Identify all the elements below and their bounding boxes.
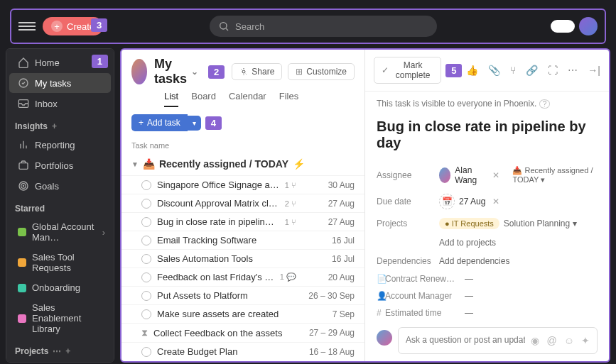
task-name: Sales Automation Tools [157,253,299,264]
search-input[interactable]: Search [210,16,437,37]
task-subcount: 1 ⑂ [285,218,296,226]
clear-date-icon[interactable]: ✕ [492,197,499,206]
customize-button[interactable]: ⊞ Customize [288,63,355,80]
assignee-section[interactable]: 📥 Recently assigned / TODAY ▾ [512,166,598,184]
complete-checkbox[interactable] [141,347,151,357]
complete-checkbox[interactable] [141,236,151,246]
thumbs-up-icon[interactable]: 👍 [466,65,478,76]
task-date: 16 Jul [305,254,355,264]
heading-projects: Projects⋯+ [6,339,114,359]
emoji-icon[interactable]: ☺ [564,335,574,346]
comment-input[interactable] [406,335,525,345]
share-button[interactable]: Share [232,63,282,80]
nav-mytasks-label: My tasks [35,78,71,89]
project-item[interactable]: Global Account Man… [9,360,111,363]
project-column[interactable]: Solution Planning ▾ [504,219,577,228]
add-task-button[interactable]: + Add task [131,114,188,131]
tab-calendar[interactable]: Calendar [229,91,266,107]
starred-item[interactable]: Sales Tool Requests [9,248,111,277]
assignee-name[interactable]: Alan Wang [455,165,485,185]
add-dependencies[interactable]: Add dependencies [439,256,509,266]
task-row[interactable]: ⧗Collect Feedback on the assets27 – 29 A… [121,323,364,342]
star-icon[interactable]: ✦ [581,335,590,346]
task-row[interactable]: Email Tracking Software16 Jul [121,231,364,249]
project-color-icon [18,284,26,292]
complete-checkbox[interactable] [141,272,151,282]
search-placeholder: Search [235,21,264,32]
task-row[interactable]: Create Budget Plan16 – 18 Aug [121,342,364,360]
assignee-avatar [439,167,450,183]
page-title: My tasks ⌄ [154,57,198,87]
section-recently-assigned[interactable]: ▼ 📥 Recently assigned / TODAY ⚡ [121,153,364,175]
toggle[interactable] [551,20,575,33]
tab-list[interactable]: List [164,91,178,107]
starred-item[interactable]: Global Account Man… [9,217,111,247]
task-row[interactable]: Singapore Office Signage and Logistics1 … [121,175,364,194]
task-row[interactable]: Discount Approval Matrix clarification2 … [121,194,364,212]
task-name: Bug in close rate in pipeline by day [157,216,279,227]
task-row[interactable]: Sales Automation Tools16 Jul [121,249,364,268]
duedate-label: Due date [377,197,439,206]
add-task-caret[interactable]: ▾ [188,116,201,131]
detail-task-title[interactable]: Bug in close rate in pipeline by day [365,116,609,161]
link-icon[interactable]: 🔗 [526,65,538,76]
task-name: Create Budget Plan [157,346,299,357]
calendar-icon[interactable]: 📅 [439,194,455,209]
starred-item[interactable]: Sales Enablement Library [9,298,111,338]
nav-inbox[interactable]: Inbox [9,94,111,114]
owner-avatar [131,59,147,84]
project-color-icon [18,228,26,236]
complete-checkbox[interactable] [141,199,151,209]
nav-mytasks[interactable]: My tasks [9,73,111,93]
record-icon[interactable]: ◉ [531,335,539,346]
complete-checkbox[interactable] [141,254,151,264]
tab-files[interactable]: Files [279,91,298,107]
complete-checkbox[interactable] [141,291,151,301]
subtask-icon[interactable]: ⑂ [510,65,516,76]
at-icon[interactable]: @ [546,335,556,346]
add-to-projects[interactable]: Add to projects [439,238,496,248]
task-row[interactable]: Put Assets to Platform26 – 30 Sep [121,286,364,304]
column-header: Task name [121,138,364,153]
tab-board[interactable]: Board [191,91,216,107]
callout-5: 5 [445,64,462,77]
svg-rect-7 [19,163,28,170]
label: Onboarding [32,282,80,293]
starred-item[interactable]: Onboarding [9,278,111,297]
project-color-icon [18,258,26,267]
nav-reporting[interactable]: Reporting [9,135,111,155]
task-date: 30 Aug [305,180,355,190]
nav-inbox-label: Inbox [35,99,58,109]
nav-portfolios[interactable]: Portfolios [9,155,111,175]
close-icon[interactable]: →| [588,65,600,76]
user-avatar[interactable] [579,17,598,35]
fullscreen-icon[interactable]: ⛶ [548,65,558,76]
attachment-icon[interactable]: 📎 [488,65,500,76]
nav-home[interactable]: Home 1 [9,53,111,72]
project-pill[interactable]: ● IT Requests [439,218,499,229]
add-task-inline[interactable]: Add task... [121,360,364,361]
task-row[interactable]: Feedback on last Friday's design team pr… [121,268,364,286]
info-icon[interactable]: ? [539,99,551,109]
hourglass-icon: ⧗ [141,327,148,338]
hamburger-icon[interactable] [18,18,36,35]
project-color-icon [18,314,26,323]
task-row[interactable]: Make sure assets are created7 Sep [121,304,364,323]
task-date: 26 – 30 Sep [305,291,355,301]
task-row[interactable]: Bug in close rate in pipeline by day1 ⑂2… [121,212,364,231]
duedate-value[interactable]: 27 Aug [459,197,485,206]
mark-complete-button[interactable]: ✓Mark complete [374,57,441,84]
complete-checkbox[interactable] [141,180,151,190]
chevron-down-icon[interactable]: ⌄ [191,67,198,77]
task-date: 20 Aug [305,272,355,282]
task-date: 27 – 29 Aug [305,328,355,338]
task-date: 16 – 18 Aug [305,347,355,357]
complete-checkbox[interactable] [141,309,151,319]
nav-goals[interactable]: Goals [9,176,111,196]
comment-input-wrap: ◉ @ ☺ ✦ [398,327,598,354]
task-name: Put Assets to Platform [157,290,299,301]
task-subcount: 1 ⑂ [285,181,296,189]
more-icon[interactable]: ⋯ [568,65,578,76]
clear-assignee-icon[interactable]: ✕ [492,170,499,180]
complete-checkbox[interactable] [141,217,151,227]
